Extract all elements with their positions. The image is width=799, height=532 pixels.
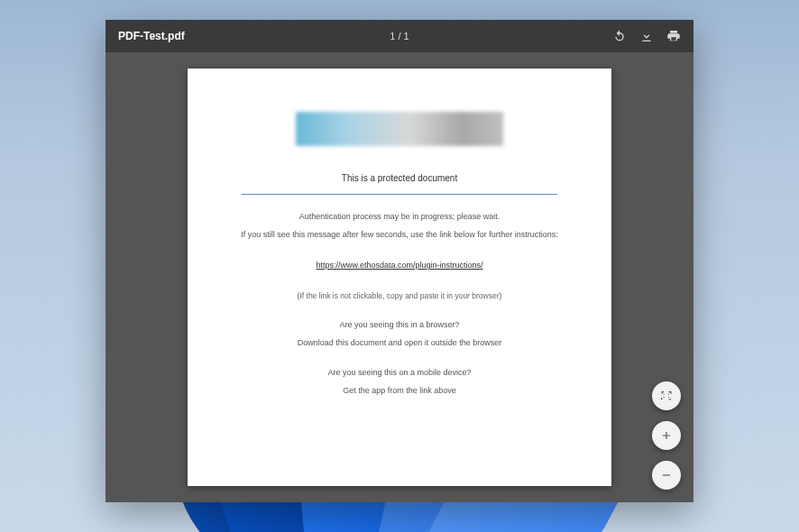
zoom-out-button[interactable]: [652, 461, 681, 490]
mobile-question: Are you seeing this on a mobile device?: [224, 367, 575, 380]
redacted-banner: [296, 112, 503, 146]
link-block: https://www.ethosdata.com/plugin-instruc…: [224, 259, 575, 272]
instruction-text: If you still see this message after few …: [224, 229, 575, 242]
page-indicator: 1 / 1: [390, 31, 409, 41]
fit-page-button[interactable]: [652, 381, 681, 410]
browser-question: Are you seeing this in a browser?: [224, 319, 575, 332]
copy-note-text: (If the link is not clickable, copy and …: [224, 290, 575, 302]
auth-block: Authentication process may be in progres…: [224, 211, 575, 241]
download-icon[interactable]: [639, 29, 654, 43]
toolbar-actions: [612, 29, 681, 43]
pdf-viewer-body[interactable]: This is a protected document Authenticat…: [106, 52, 693, 502]
pdf-page: This is a protected document Authenticat…: [188, 69, 611, 486]
browser-block: Are you seeing this in a browser? Downlo…: [224, 319, 575, 349]
browser-answer: Download this document and open it outsi…: [224, 337, 575, 350]
auth-progress-text: Authentication process may be in progres…: [224, 211, 575, 224]
pdf-viewer-window: PDF-Test.pdf 1 / 1 This is a protected d…: [106, 20, 693, 502]
mobile-block: Are you seeing this on a mobile device? …: [224, 367, 575, 397]
title-divider: [242, 194, 557, 195]
copy-note-block: (If the link is not clickable, copy and …: [224, 290, 575, 302]
rotate-icon[interactable]: [612, 29, 627, 43]
pdf-filename: PDF-Test.pdf: [118, 30, 185, 42]
zoom-in-button[interactable]: [652, 421, 681, 450]
mobile-answer: Get the app from the link above: [224, 385, 575, 398]
pdf-toolbar: PDF-Test.pdf 1 / 1: [106, 20, 693, 52]
plugin-instructions-link[interactable]: https://www.ethosdata.com/plugin-instruc…: [316, 261, 482, 270]
print-icon[interactable]: [666, 29, 681, 43]
protected-doc-title: This is a protected document: [224, 171, 575, 185]
zoom-controls: [652, 381, 681, 490]
